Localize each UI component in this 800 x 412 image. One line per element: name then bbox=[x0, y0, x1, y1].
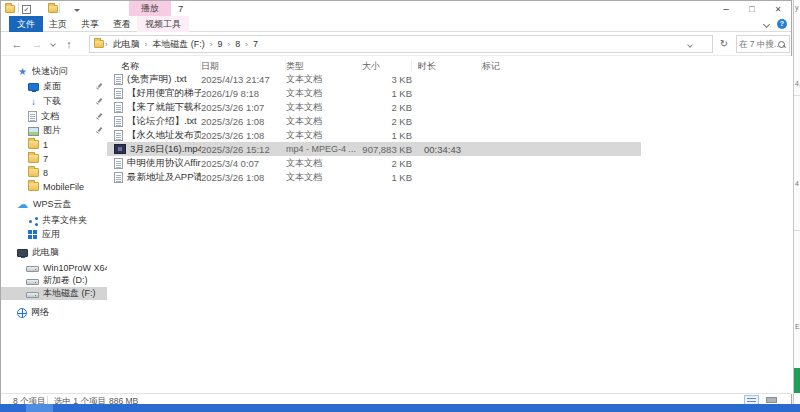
sidebar-item-apps[interactable]: 应用 bbox=[1, 228, 107, 241]
pin-icon bbox=[95, 82, 103, 91]
table-row[interactable]: 最新地址及APP请... 2025/3/26 1:08 文本文档 1 KB bbox=[107, 170, 793, 184]
sidebar-item-documents[interactable]: 文档 bbox=[1, 110, 107, 123]
column-header-date[interactable]: 日期 bbox=[201, 60, 286, 72]
folder-icon bbox=[28, 140, 39, 149]
share-icon bbox=[28, 216, 38, 226]
table-row[interactable]: 【好用便宜的梯子... 2026/1/9 8:18 文本文档 1 KB bbox=[107, 86, 793, 100]
sidebar-item-drive-f[interactable]: 本地磁盘 (F:) bbox=[1, 287, 107, 300]
drive-icon bbox=[26, 279, 39, 285]
breadcrumb-this-pc[interactable]: 此电脑 bbox=[110, 38, 143, 51]
document-icon bbox=[28, 111, 37, 122]
sidebar-item-downloads[interactable]: 下载 bbox=[1, 95, 107, 108]
breadcrumb-8[interactable]: 8 bbox=[232, 39, 243, 49]
qat-customize-dropdown-icon[interactable] bbox=[74, 9, 80, 13]
drive-icon bbox=[26, 292, 39, 298]
column-header-type[interactable]: 类型 bbox=[286, 60, 362, 72]
back-button[interactable]: ← bbox=[9, 36, 25, 52]
column-header-tags[interactable]: 标记 bbox=[482, 60, 558, 72]
taskbar-button[interactable] bbox=[26, 404, 53, 412]
divider bbox=[794, 230, 800, 231]
divider bbox=[59, 3, 60, 13]
address-dropdown-icon[interactable] bbox=[687, 42, 693, 48]
up-button[interactable]: ↑ bbox=[61, 36, 77, 52]
tab-view[interactable]: 查看 bbox=[105, 16, 139, 32]
sidebar-item-wps-cloud[interactable]: WPS云盘 bbox=[1, 198, 107, 211]
column-header-size[interactable]: 大小 bbox=[362, 60, 412, 72]
refresh-icon[interactable] bbox=[717, 36, 731, 52]
apps-icon bbox=[28, 230, 38, 240]
qat-properties-icon[interactable] bbox=[22, 5, 31, 14]
maximize-button[interactable] bbox=[739, 1, 765, 16]
address-bar[interactable]: 此电脑 本地磁盘 (F:) 9 8 7 bbox=[89, 35, 713, 53]
breadcrumb-9[interactable]: 9 bbox=[215, 39, 226, 49]
table-row[interactable]: 【来了就能下载和... 2025/3/26 1:07 文本文档 2 KB bbox=[107, 100, 793, 114]
table-row-selected[interactable]: 3月26日(16).mp4 2025/3/26 15:12 mp4 - MPEG… bbox=[107, 142, 793, 156]
sidebar-item-drive-c[interactable]: Win10ProW X64 (C:) bbox=[1, 261, 107, 274]
text-file-icon bbox=[114, 74, 123, 85]
column-header-name[interactable]: 名称 bbox=[107, 60, 201, 72]
table-row[interactable]: 申明使用协议Affir... 2025/3/4 0:07 文本文档 2 KB bbox=[107, 156, 793, 170]
divider bbox=[47, 396, 48, 404]
chevron-right-icon bbox=[227, 40, 232, 49]
search-input[interactable] bbox=[739, 37, 779, 51]
tab-home[interactable]: 主页 bbox=[41, 16, 75, 32]
folder-icon bbox=[28, 182, 39, 191]
download-icon bbox=[28, 96, 39, 107]
folder-icon bbox=[28, 168, 39, 177]
tab-file[interactable]: 文件 bbox=[9, 16, 43, 32]
table-row[interactable]: 【论坛介绍】.txt 2025/3/26 1:08 文本文档 2 KB bbox=[107, 114, 793, 128]
minimize-button[interactable] bbox=[713, 1, 739, 16]
sidebar-item-quick-access[interactable]: 快速访问 bbox=[1, 65, 107, 78]
contextual-tab-group-label: 播放 bbox=[129, 1, 171, 16]
column-header-duration[interactable]: 时长 bbox=[412, 60, 482, 72]
divider bbox=[794, 95, 800, 96]
file-list: 名称 日期 类型 大小 时长 标记 (免责声明) .txt 2025/4/13 … bbox=[107, 56, 793, 394]
pin-icon bbox=[95, 112, 103, 121]
star-icon bbox=[17, 66, 28, 77]
title-bar[interactable]: 播放 7 bbox=[1, 1, 791, 16]
sidebar-item-pictures[interactable]: 图片 bbox=[1, 124, 107, 137]
network-icon bbox=[17, 308, 27, 318]
help-icon[interactable] bbox=[777, 19, 787, 29]
navigation-bar: ← → ↑ 此电脑 本地磁盘 (F:) 9 8 7 bbox=[1, 32, 791, 56]
sidebar-item-folder-8[interactable]: 8 bbox=[1, 166, 107, 179]
drive-icon bbox=[26, 266, 39, 272]
sidebar-item-folder-7[interactable]: 7 bbox=[1, 152, 107, 165]
chevron-right-icon bbox=[104, 40, 109, 49]
sidebar-item-mobilefile[interactable]: MobileFile bbox=[1, 180, 107, 193]
sidebar-item-network[interactable]: 网络 bbox=[1, 306, 107, 319]
background-green-block bbox=[794, 368, 800, 393]
sidebar-item-shared-folders[interactable]: 共享文件夹 bbox=[1, 214, 107, 227]
background-text: y bbox=[795, 4, 799, 11]
collapse-ribbon-icon[interactable] bbox=[763, 21, 770, 28]
sidebar-item-drive-d[interactable]: 新加卷 (D:) bbox=[1, 274, 107, 287]
sidebar-item-folder-1[interactable]: 1 bbox=[1, 138, 107, 151]
qat-new-folder-icon[interactable] bbox=[48, 5, 58, 13]
background-window-strip: y 4, 4 E bbox=[793, 0, 800, 404]
search-box bbox=[736, 35, 790, 53]
text-file-icon bbox=[114, 88, 123, 99]
pictures-icon bbox=[28, 127, 39, 136]
breadcrumb-local-disk[interactable]: 本地磁盘 (F:) bbox=[149, 38, 208, 51]
recent-locations-dropdown-icon[interactable] bbox=[50, 41, 56, 47]
sidebar-item-this-pc[interactable]: 此电脑 bbox=[1, 246, 107, 259]
breadcrumb-7[interactable]: 7 bbox=[250, 39, 261, 49]
tab-share[interactable]: 共享 bbox=[73, 16, 107, 32]
chevron-right-icon bbox=[144, 40, 149, 49]
navigation-pane: 快速访问 桌面 下载 文档 图片 1 7 bbox=[1, 56, 107, 394]
sidebar-item-desktop[interactable]: 桌面 bbox=[1, 80, 107, 93]
text-file-icon bbox=[114, 158, 123, 169]
search-icon[interactable] bbox=[778, 41, 786, 49]
location-folder-icon bbox=[94, 40, 104, 48]
table-row[interactable]: (免责声明) .txt 2025/4/13 21:47 文本文档 3 KB bbox=[107, 72, 793, 86]
chevron-right-icon bbox=[244, 40, 249, 49]
video-file-icon bbox=[114, 144, 126, 154]
close-button[interactable] bbox=[765, 1, 791, 16]
window-title: 7 bbox=[178, 3, 183, 14]
tab-video-tools[interactable]: 视频工具 bbox=[137, 16, 189, 32]
taskbar[interactable] bbox=[0, 404, 800, 412]
forward-button[interactable]: → bbox=[29, 36, 45, 52]
computer-icon bbox=[17, 249, 28, 257]
explorer-window: 播放 7 文件 主页 共享 查看 视频工具 ← → ↑ 此电脑 本地磁盘 (F:… bbox=[0, 0, 792, 404]
table-row[interactable]: 【永久地址发布页... 2025/3/26 1:08 文本文档 1 KB bbox=[107, 128, 793, 142]
